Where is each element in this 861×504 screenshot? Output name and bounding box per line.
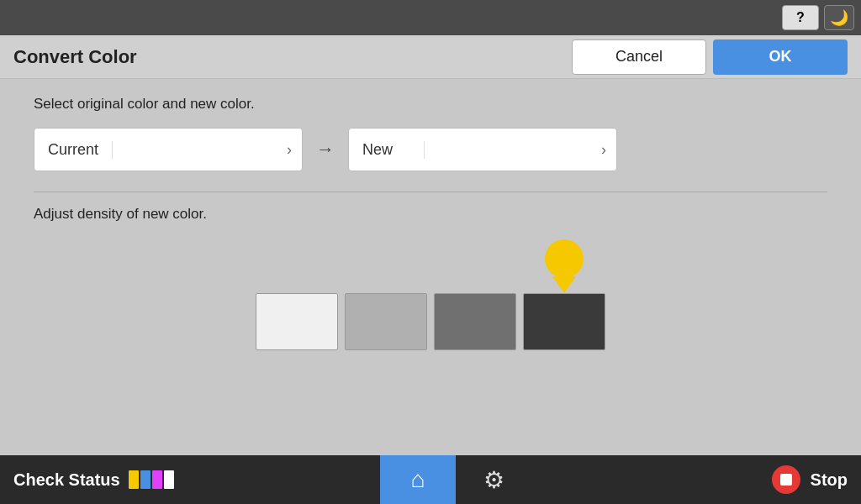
ink-magenta <box>152 470 162 489</box>
swatch-3-wrapper <box>434 293 516 350</box>
new-chevron-icon[interactable]: › <box>591 141 616 159</box>
current-color-selector[interactable]: Current › <box>34 128 303 171</box>
swatch-2-wrapper <box>345 293 427 350</box>
ink-yellow <box>129 470 139 489</box>
gear-icon: ⚙ <box>483 466 504 494</box>
new-color-value <box>425 129 591 171</box>
home-icon: ⌂ <box>411 466 425 493</box>
density-swatch-2[interactable] <box>345 293 427 350</box>
pin-head <box>545 239 584 278</box>
ok-button[interactable]: OK <box>713 39 848 75</box>
top-bar: ? 🌙 <box>0 0 861 35</box>
current-label: Current <box>34 141 113 159</box>
check-status-section[interactable]: Check Status <box>0 470 219 490</box>
night-mode-button[interactable]: 🌙 <box>824 5 854 30</box>
swatch-4-wrapper <box>523 239 605 350</box>
new-color-selector[interactable]: New › <box>348 128 617 171</box>
direction-arrow-icon: → <box>316 139 335 160</box>
main-content: Select original color and new color. Cur… <box>0 79 861 455</box>
current-color-value <box>113 129 277 171</box>
home-button[interactable]: ⌂ <box>380 455 456 504</box>
ink-status-icon <box>129 470 174 489</box>
bottom-bar: Check Status ⌂ ⚙ Stop <box>0 455 861 504</box>
current-chevron-icon[interactable]: › <box>277 141 302 159</box>
density-swatch-1[interactable] <box>256 293 338 350</box>
density-swatch-3[interactable] <box>434 293 516 350</box>
header-buttons: Cancel OK <box>572 39 848 75</box>
density-swatches <box>34 239 827 350</box>
section-divider <box>34 192 827 192</box>
header: Convert Color Cancel OK <box>0 35 861 79</box>
density-pin-indicator <box>545 239 584 293</box>
color-select-label: Select original color and new color. <box>34 96 827 113</box>
density-swatch-4[interactable] <box>523 293 605 350</box>
nav-center: ⌂ ⚙ <box>219 455 693 504</box>
page-title: Convert Color <box>13 46 137 68</box>
stop-square-icon <box>780 474 792 486</box>
ink-cyan <box>140 470 151 489</box>
cancel-button[interactable]: Cancel <box>572 39 706 75</box>
density-label: Adjust density of new color. <box>34 206 827 223</box>
new-label: New <box>349 141 425 159</box>
help-button[interactable]: ? <box>782 5 819 30</box>
pin-tail <box>552 276 576 293</box>
stop-icon <box>772 465 800 494</box>
check-status-label: Check Status <box>13 470 120 490</box>
ink-black <box>164 470 174 489</box>
settings-button[interactable]: ⚙ <box>456 455 531 504</box>
stop-label: Stop <box>811 470 848 490</box>
swatch-1-wrapper <box>256 293 338 350</box>
stop-section[interactable]: Stop <box>693 465 861 494</box>
color-selectors-row: Current › → New › <box>34 128 827 171</box>
